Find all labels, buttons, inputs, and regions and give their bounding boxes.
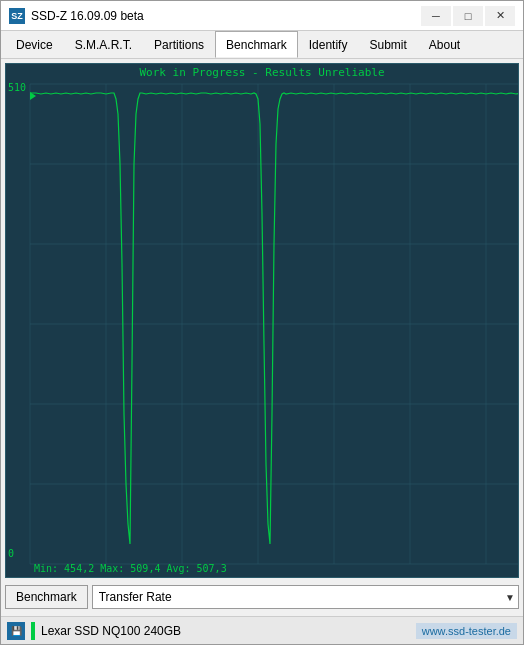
- menu-item-device[interactable]: Device: [5, 31, 64, 58]
- benchmark-chart: Work in Progress - Results Unreliable 51…: [5, 63, 519, 578]
- menu-bar: Device S.M.A.R.T. Partitions Benchmark I…: [1, 31, 523, 59]
- menu-item-smart[interactable]: S.M.A.R.T.: [64, 31, 143, 58]
- chart-svg: [6, 64, 518, 577]
- main-content: Work in Progress - Results Unreliable 51…: [1, 59, 523, 616]
- chart-footer: Min: 454,2 Max: 509,4 Avg: 507,3: [30, 562, 518, 575]
- drive-icon: 💾: [7, 622, 25, 640]
- drive-label: Lexar SSD NQ100 240GB: [41, 624, 181, 638]
- menu-item-partitions[interactable]: Partitions: [143, 31, 215, 58]
- maximize-button[interactable]: □: [453, 6, 483, 26]
- bottom-controls: Benchmark Transfer Rate Access Time IOPS…: [5, 582, 519, 612]
- transfer-rate-dropdown-container: Transfer Rate Access Time IOPS ▼: [92, 585, 519, 609]
- close-button[interactable]: ✕: [485, 6, 515, 26]
- title-left: SZ SSD-Z 16.09.09 beta: [9, 8, 144, 24]
- menu-item-about[interactable]: About: [418, 31, 471, 58]
- minimize-button[interactable]: ─: [421, 6, 451, 26]
- window-controls: ─ □ ✕: [421, 6, 515, 26]
- main-window: SZ SSD-Z 16.09.09 beta ─ □ ✕ Device S.M.…: [0, 0, 524, 645]
- menu-item-benchmark[interactable]: Benchmark: [215, 31, 298, 58]
- menu-item-identify[interactable]: Identify: [298, 31, 359, 58]
- status-left: 💾 Lexar SSD NQ100 240GB: [7, 622, 181, 640]
- window-title: SSD-Z 16.09.09 beta: [31, 9, 144, 23]
- website-label: www.ssd-tester.de: [416, 623, 517, 639]
- status-bar: 💾 Lexar SSD NQ100 240GB www.ssd-tester.d…: [1, 616, 523, 644]
- chart-type-dropdown[interactable]: Transfer Rate Access Time IOPS: [92, 585, 519, 609]
- menu-item-submit[interactable]: Submit: [358, 31, 417, 58]
- drive-activity-indicator: [31, 622, 35, 640]
- benchmark-button[interactable]: Benchmark: [5, 585, 88, 609]
- app-icon: SZ: [9, 8, 25, 24]
- title-bar: SZ SSD-Z 16.09.09 beta ─ □ ✕: [1, 1, 523, 31]
